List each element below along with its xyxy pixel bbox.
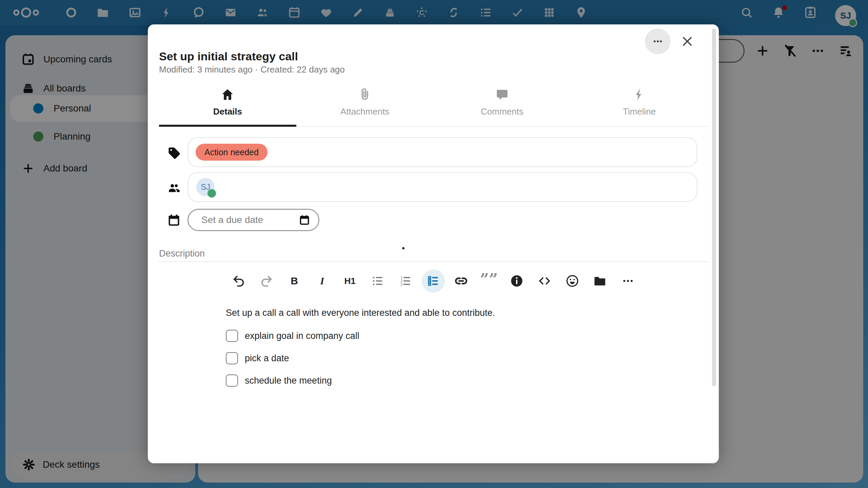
editor-callout-button[interactable] (503, 269, 531, 292)
modal-tabs: Details Attachments Comments Timeline (159, 83, 708, 127)
editor-bold-button[interactable]: B (280, 269, 308, 292)
checklist-item: explain goal in company call (226, 328, 359, 343)
comment-icon (495, 87, 509, 102)
screen: C SJ Upcoming cards All boards (0, 0, 868, 488)
editor-heading-button[interactable]: H1 (336, 269, 364, 292)
card-meta: Modified: 3 minutes ago · Created: 22 da… (159, 64, 345, 75)
home-icon (220, 87, 235, 102)
editor-link-button[interactable] (447, 269, 475, 292)
checkbox[interactable] (226, 330, 238, 342)
checklist-item: pick a date (226, 351, 289, 366)
paperclip-icon (358, 87, 372, 102)
tab-comments[interactable]: Comments (434, 83, 571, 126)
editor-redo-button[interactable] (253, 269, 280, 292)
checkbox[interactable] (226, 352, 238, 364)
ellipsis-icon (652, 36, 664, 47)
editor-code-button[interactable] (531, 269, 558, 292)
tab-attachments[interactable]: Attachments (296, 83, 434, 126)
tab-details[interactable]: Details (159, 83, 296, 126)
checklist-item-label: pick a date (245, 353, 289, 364)
editor-attach-folder-button[interactable] (586, 269, 614, 292)
editor-emoji-button[interactable] (558, 269, 586, 292)
tag-pill[interactable]: Action needed (196, 144, 268, 161)
editor-undo-button[interactable] (225, 269, 253, 292)
editor-bullet-list-button[interactable] (364, 269, 392, 292)
close-modal-button[interactable] (679, 33, 696, 50)
lightning-icon (632, 87, 647, 102)
close-icon (681, 34, 694, 48)
checkbox[interactable] (226, 374, 238, 387)
due-date-field (188, 209, 319, 231)
editor-more-button[interactable] (614, 269, 642, 292)
editor-task-list-button[interactable] (422, 269, 445, 292)
editor-ordered-list-button[interactable]: 123 (392, 269, 419, 292)
due-date-icon (167, 214, 180, 228)
editor-toolbar: B I H1 123 ”” (225, 269, 642, 292)
assignees-icon (167, 181, 181, 196)
card-details-modal: Set up initial strategy call Modified: 3… (148, 24, 719, 463)
modal-scrollbar[interactable] (712, 28, 716, 386)
tab-timeline[interactable]: Timeline (571, 83, 708, 126)
editor-italic-button[interactable]: I (308, 269, 336, 292)
assignees-field[interactable]: SJ (188, 172, 697, 202)
checklist-item-label: explain goal in company call (245, 331, 359, 341)
description-divider (159, 261, 708, 262)
checklist-item-label: schedule the meeting (245, 375, 332, 386)
description-text[interactable]: Set up a call a call with everyone inter… (226, 308, 495, 318)
tags-field[interactable]: Action needed (188, 137, 697, 167)
caret-dot (402, 247, 405, 249)
svg-text:3: 3 (400, 282, 402, 286)
tag-icon (167, 146, 181, 161)
assignee-avatar[interactable]: SJ (196, 178, 215, 196)
assignee-status-dot (208, 189, 216, 198)
due-date-input[interactable] (201, 214, 287, 226)
card-title: Set up initial strategy call (159, 50, 298, 63)
card-actions-menu-button[interactable] (645, 28, 671, 54)
checklist-item: schedule the meeting (226, 373, 332, 388)
date-picker-icon[interactable] (299, 214, 310, 226)
description-label: Description (159, 248, 205, 259)
editor-blockquote-button[interactable]: ”” (475, 269, 503, 292)
